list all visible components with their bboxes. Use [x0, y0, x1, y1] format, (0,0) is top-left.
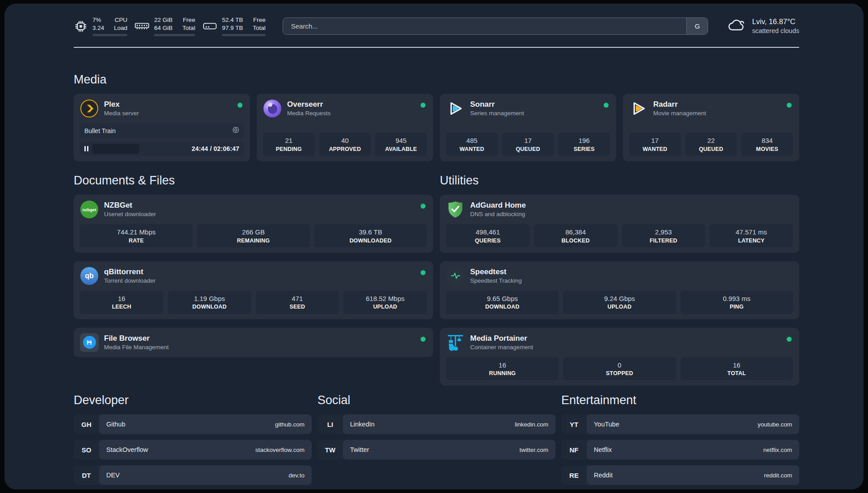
link-youtube[interactable]: YT YouTubeyoutube.com — [561, 414, 799, 434]
disk-total-value: 97.9 TB — [222, 25, 243, 31]
app-name: File Browser — [104, 334, 169, 343]
link-abbr: DT — [74, 465, 99, 485]
section-title-developer: Developer — [74, 393, 312, 407]
app-card-overseerr[interactable]: Overseerr Media Requests 21PENDING 40APP… — [257, 94, 433, 161]
disk-total-label: Total — [253, 25, 266, 31]
stat-value: 9.65 Gbps — [448, 294, 557, 303]
status-indicator — [787, 337, 792, 342]
stat-tile: 16TOTAL — [680, 357, 793, 380]
app-card-sonarr[interactable]: Sonarr Series management 485WANTED 17QUE… — [440, 94, 616, 161]
link-dev[interactable]: DT DEVdev.to — [74, 465, 312, 485]
app-name: qBittorrent — [104, 267, 156, 276]
stat-label: RUNNING — [448, 370, 557, 377]
stat-tile: 47.571 msLATENCY — [709, 224, 793, 247]
app-header: AdGuard Home DNS and adblocking — [446, 200, 793, 219]
app-card-speedtest[interactable]: Speedtest Speedtest Tracking 9.65 GbpsDO… — [440, 261, 799, 319]
overseerr-icon — [263, 99, 282, 118]
stat-tile: 618.52 MbpsUPLOAD — [343, 291, 427, 314]
app-subtitle: Speedtest Tracking — [470, 277, 522, 285]
link-linkedin[interactable]: LI LinkedInlinkedin.com — [317, 414, 555, 434]
stat-value: 39.6 TB — [316, 228, 425, 237]
stat-label: DOWNLOADED — [316, 237, 425, 244]
stat-tile: 39.6 TBDOWNLOADED — [314, 224, 427, 247]
stat-label: WANTED — [448, 146, 496, 153]
stat-value: 16 — [682, 361, 791, 370]
stat-tile: 17QUEUED — [502, 133, 554, 156]
search-bar: G — [283, 17, 709, 35]
cpu-stat: 7%3.24 CPULoad — [74, 16, 127, 36]
app-subtitle: Usenet downloader — [104, 211, 156, 218]
playback-time: 24:44 / 02:06:47 — [192, 145, 239, 152]
status-indicator — [421, 337, 426, 342]
stat-tile: 9.65 GbpsDOWNLOAD — [446, 291, 559, 314]
app-card-portainer[interactable]: Media Portainer Container management 16R… — [440, 328, 799, 386]
stat-tile: 196SERIES — [558, 133, 610, 156]
stat-tile: 834MOVIES — [741, 133, 793, 156]
link-abbr: RE — [561, 465, 587, 485]
ram-total-label: Total — [183, 25, 196, 31]
stat-tile: 744.21 MbpsRATE — [80, 224, 192, 247]
section-title-media: Media — [74, 73, 799, 87]
app-card-qbittorrent[interactable]: qb qBittorrent Torrent downloader 16LEEC… — [74, 261, 433, 319]
app-card-adguard[interactable]: AdGuard Home DNS and adblocking 498,461Q… — [440, 195, 799, 253]
stat-label: UPLOAD — [345, 303, 425, 310]
stat-label: BLOCKED — [536, 237, 616, 244]
cpu-load-value: 3.24 — [92, 25, 104, 31]
stat-value: 16 — [448, 361, 557, 370]
app-card-plex[interactable]: Plex Media server Bullet Train 24:44 / 0… — [74, 94, 250, 161]
portainer-icon — [446, 333, 465, 352]
stat-value: 471 — [258, 294, 338, 303]
adguard-icon — [446, 200, 465, 219]
app-header: nzbget NZBGet Usenet downloader — [80, 200, 427, 219]
weather-condition: scattered clouds — [752, 27, 799, 35]
stat-tile: 21PENDING — [263, 133, 315, 156]
plex-icon — [80, 99, 99, 118]
ram-stat: 22 GiB64 GiB FreeTotal — [134, 16, 195, 36]
stats-row: 498,461QUERIES 86,384BLOCKED 2,953FILTER… — [446, 224, 793, 247]
link-netflix[interactable]: NF Netflixnetflix.com — [561, 440, 799, 460]
stat-label: QUEUED — [687, 146, 735, 153]
disk-stat: 52.4 TB97.9 TB FreeTotal — [202, 16, 266, 36]
link-url: netflix.com — [763, 447, 792, 453]
stat-label: LATENCY — [711, 237, 791, 244]
app-card-filebrowser[interactable]: File Browser Media File Management — [74, 328, 433, 357]
sonarr-icon — [446, 99, 465, 118]
search-engine-button[interactable]: G — [686, 18, 708, 34]
playback-progress-pill — [92, 144, 139, 154]
app-header: Radarr Movie management — [629, 99, 793, 118]
weather-widget[interactable]: Lviv, 16.87°C scattered clouds — [727, 17, 799, 35]
stat-label: PING — [682, 303, 791, 310]
cpu-progress-bar — [92, 34, 127, 36]
utilities-column: Utilities AdGuard Home DNS and adblockin… — [440, 174, 799, 385]
stat-tile: 1.19 GbpsDOWNLOAD — [168, 291, 251, 314]
top-bar: 7%3.24 CPULoad 22 GiB64 GiB FreeTotal — [74, 16, 799, 36]
link-reddit[interactable]: RE Redditreddit.com — [561, 465, 799, 485]
search-input[interactable] — [283, 18, 687, 34]
app-card-nzbget[interactable]: nzbget NZBGet Usenet downloader 744.21 M… — [74, 195, 433, 253]
stat-value: 618.52 Mbps — [345, 294, 425, 303]
cpu-icon — [74, 19, 88, 33]
app-card-radarr[interactable]: Radarr Movie management 17WANTED 22QUEUE… — [623, 94, 799, 161]
link-stackoverflow[interactable]: SO StackOverflowstackoverflow.com — [74, 440, 312, 460]
stat-label: MOVIES — [743, 146, 791, 153]
link-url: github.com — [275, 421, 305, 428]
app-subtitle: Media server — [104, 110, 139, 117]
stat-label: DOWNLOAD — [170, 303, 250, 310]
radarr-icon — [629, 99, 648, 118]
playback-progress[interactable]: 24:44 / 02:06:47 — [80, 142, 244, 156]
stat-value: 1.19 Gbps — [170, 294, 250, 303]
media-card-grid: Plex Media server Bullet Train 24:44 / 0… — [74, 94, 799, 161]
stat-value: 498,461 — [448, 228, 528, 237]
stat-label: FILTERED — [624, 237, 704, 244]
stat-label: UPLOAD — [565, 303, 674, 310]
link-name: Github — [106, 421, 125, 428]
link-github[interactable]: GH Githubgithub.com — [74, 414, 312, 434]
stat-value: 834 — [743, 136, 791, 145]
link-abbr: GH — [74, 414, 99, 434]
link-name: Twitter — [350, 446, 369, 453]
link-twitter[interactable]: TW Twittertwitter.com — [317, 440, 555, 460]
header-divider — [74, 47, 799, 48]
stat-value: 16 — [82, 294, 162, 303]
cpu-label: CPU — [115, 17, 128, 23]
stat-label: RATE — [82, 237, 191, 244]
